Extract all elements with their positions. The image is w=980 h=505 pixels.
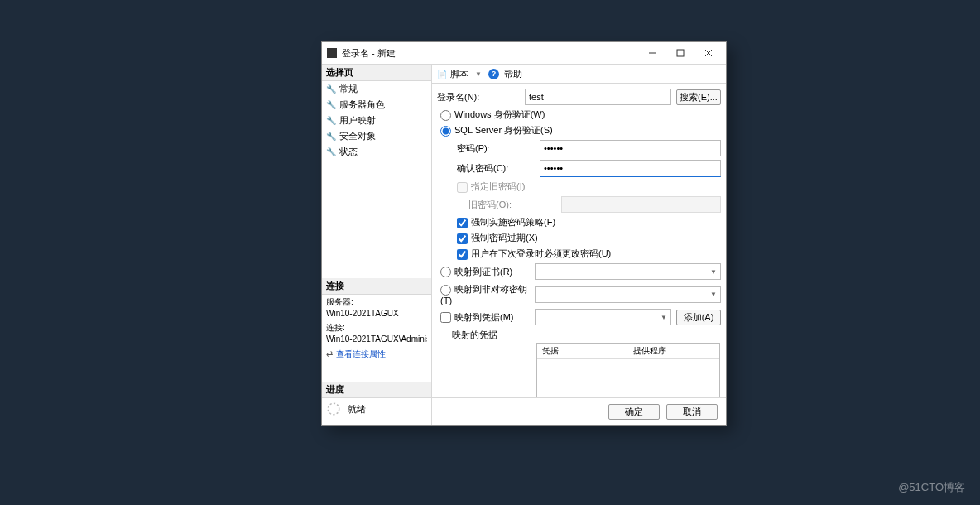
wrench-icon: 🔧 xyxy=(326,116,336,125)
col-credential: 凭据 xyxy=(537,344,628,359)
specify-old-password-checkbox: 指定旧密码(I) xyxy=(457,180,525,193)
page-general[interactable]: 🔧常规 xyxy=(322,81,431,97)
progress-header: 进度 xyxy=(322,382,431,398)
map-to-asym-radio[interactable]: 映射到非对称密钥(T) xyxy=(440,283,535,305)
page-server-roles[interactable]: 🔧服务器角色 xyxy=(322,97,431,113)
form-panel: 登录名(N): 搜索(E)... Windows 身份验证(W) SQL Ser… xyxy=(432,84,726,397)
help-link[interactable]: 帮助 xyxy=(504,68,522,80)
enforce-policy-checkbox[interactable]: 强制实施密码策略(F) xyxy=(457,216,555,228)
select-page-header: 选择页 xyxy=(322,65,431,81)
status-ready: 就绪 xyxy=(348,403,366,416)
server-label: 服务器: xyxy=(326,296,427,308)
old-password-label: 旧密码(O): xyxy=(437,199,561,211)
wrench-icon: 🔧 xyxy=(326,100,336,109)
script-dropdown[interactable]: 脚本 xyxy=(450,68,468,80)
chevron-down-icon[interactable]: ▼ xyxy=(475,70,482,78)
server-value: Win10-2021TAGUX xyxy=(326,308,427,320)
connection-info: 服务器: Win10-2021TAGUX 连接: Win10-2021TAGUX… xyxy=(322,295,431,362)
link-icon: ⇄ xyxy=(326,349,333,358)
window-icon xyxy=(327,48,337,58)
mapped-credentials-list[interactable]: 凭据 提供程序 xyxy=(536,343,720,397)
spinner-icon xyxy=(326,402,341,416)
confirm-password-input[interactable] xyxy=(540,160,721,177)
maximize-button[interactable] xyxy=(666,45,694,61)
password-input[interactable] xyxy=(540,140,721,156)
window-title: 登录名 - 新建 xyxy=(342,47,638,60)
page-user-mapping[interactable]: 🔧用户映射 xyxy=(322,113,431,128)
titlebar: 登录名 - 新建 xyxy=(322,42,726,65)
asym-select[interactable]: ▼ xyxy=(535,286,721,303)
wrench-icon: 🔧 xyxy=(326,147,336,156)
view-connection-properties-link[interactable]: 查看连接属性 xyxy=(336,349,386,358)
mapped-credentials-label: 映射的凭据 xyxy=(437,329,551,341)
svg-point-4 xyxy=(328,403,339,415)
chevron-down-icon: ▼ xyxy=(710,291,717,298)
chevron-down-icon: ▼ xyxy=(661,314,667,321)
add-button[interactable]: 添加(A) xyxy=(676,310,721,325)
login-name-input[interactable] xyxy=(525,89,671,105)
help-icon: ? xyxy=(488,69,499,79)
search-button[interactable]: 搜索(E)... xyxy=(676,89,721,105)
windows-auth-radio[interactable]: Windows 身份验证(W) xyxy=(440,108,545,121)
watermark: @51CTO博客 xyxy=(898,480,965,495)
wrench-icon: 🔧 xyxy=(326,132,336,141)
page-securables[interactable]: 🔧安全对象 xyxy=(322,128,431,144)
svg-rect-1 xyxy=(677,50,684,56)
map-to-cred-checkbox[interactable]: 映射到凭据(M) xyxy=(440,311,535,324)
script-icon: 📄 xyxy=(437,70,447,79)
old-password-input xyxy=(561,196,721,213)
connection-label: 连接: xyxy=(326,322,427,334)
connection-value: Win10-2021TAGUX\Administrator xyxy=(326,334,427,345)
enforce-expiration-checkbox[interactable]: 强制密码过期(X) xyxy=(457,232,538,244)
login-new-dialog: 登录名 - 新建 选择页 🔧常规 🔧服务器角色 🔧用户映射 🔧安全对象 🔧状态 … xyxy=(321,41,727,426)
col-provider: 提供程序 xyxy=(628,344,719,359)
cancel-button[interactable]: 取消 xyxy=(666,404,718,420)
password-label: 密码(P): xyxy=(437,142,540,155)
map-to-cert-radio[interactable]: 映射到证书(R) xyxy=(440,266,535,278)
top-strip: 📄 脚本 ▼ ? 帮助 xyxy=(432,65,726,84)
ok-button[interactable]: 确定 xyxy=(608,404,660,420)
right-column: 📄 脚本 ▼ ? 帮助 登录名(N): 搜索(E)... Windows 身份验… xyxy=(432,65,726,425)
cred-select[interactable]: ▼ xyxy=(535,309,671,325)
cert-select[interactable]: ▼ xyxy=(535,263,721,280)
connection-header: 连接 xyxy=(322,278,431,295)
close-button[interactable] xyxy=(694,45,723,61)
sql-auth-radio[interactable]: SQL Server 身份验证(S) xyxy=(440,124,553,137)
wrench-icon: 🔧 xyxy=(326,84,336,94)
left-column: 选择页 🔧常规 🔧服务器角色 🔧用户映射 🔧安全对象 🔧状态 连接 服务器: W… xyxy=(322,65,432,425)
chevron-down-icon: ▼ xyxy=(710,268,717,276)
confirm-password-label: 确认密码(C): xyxy=(437,162,540,175)
progress-area: 就绪 xyxy=(322,398,431,420)
dialog-footer: 确定 取消 xyxy=(432,397,726,425)
page-status[interactable]: 🔧状态 xyxy=(322,144,431,160)
login-name-label: 登录名(N): xyxy=(437,91,525,103)
minimize-button[interactable] xyxy=(638,45,666,61)
must-change-checkbox[interactable]: 用户在下次登录时必须更改密码(U) xyxy=(457,248,611,260)
